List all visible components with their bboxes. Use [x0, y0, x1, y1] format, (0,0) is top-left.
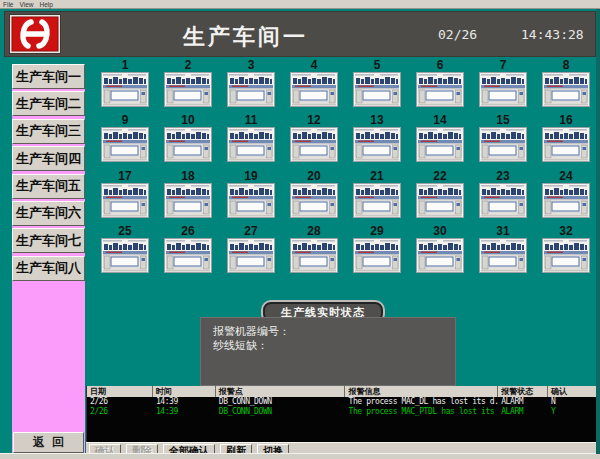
machine-cell[interactable]: 17	[101, 170, 149, 219]
machine-number: 24	[559, 170, 572, 183]
alarm-row[interactable]: 2/2614:39DB_CONN_DOWNThe process MAC_DL …	[87, 397, 597, 407]
machine-number: 4	[311, 59, 318, 72]
alarm-cell: ALARM	[498, 397, 548, 407]
machine-grid: 1 2	[101, 59, 590, 274]
machine-number: 14	[433, 114, 446, 127]
machine-cell[interactable]: 28	[290, 225, 338, 274]
machine-cell[interactable]: 15	[479, 114, 527, 163]
return-button[interactable]: 返回	[13, 432, 84, 453]
machine-cell[interactable]: 25	[101, 225, 149, 274]
knitting-machine-icon	[416, 72, 464, 107]
machine-number: 1	[122, 59, 129, 72]
machine-cell[interactable]: 23	[479, 170, 527, 219]
machine-cell[interactable]: 13	[353, 114, 401, 163]
knitting-machine-icon	[353, 183, 401, 218]
machine-number: 5	[374, 59, 381, 72]
machine-cell[interactable]: 4	[290, 59, 338, 108]
machine-number: 20	[307, 170, 320, 183]
menu-bar: FileViewHelp	[0, 0, 600, 9]
alarm-cell: Y	[548, 407, 597, 417]
knitting-machine-icon	[227, 238, 275, 273]
yarn-shortage-label: 纱线短缺：	[213, 338, 455, 352]
menu-file[interactable]: File	[3, 0, 13, 9]
knitting-machine-icon	[290, 72, 338, 107]
machine-cell[interactable]: 27	[227, 225, 275, 274]
column-header: 日期	[87, 386, 153, 397]
knitting-machine-icon	[542, 72, 590, 107]
menu-help[interactable]: Help	[39, 0, 52, 9]
machine-cell[interactable]: 22	[416, 170, 464, 219]
machine-cell[interactable]: 30	[416, 225, 464, 274]
machine-cell[interactable]: 32	[542, 225, 590, 274]
machine-cell[interactable]: 1	[101, 59, 149, 108]
machine-cell[interactable]: 18	[164, 170, 212, 219]
machine-cell[interactable]: 8	[542, 59, 590, 108]
machine-cell[interactable]: 12	[290, 114, 338, 163]
column-header: 确认	[548, 386, 597, 397]
knitting-machine-icon	[416, 183, 464, 218]
sidebar-item-workshop-6[interactable]: 生产车间六	[12, 201, 85, 226]
sidebar-item-workshop-3[interactable]: 生产车间三	[12, 119, 85, 144]
sidebar-item-workshop-4[interactable]: 生产车间四	[12, 146, 85, 171]
machine-cell[interactable]: 26	[164, 225, 212, 274]
machine-number: 28	[307, 225, 320, 238]
machine-cell[interactable]: 16	[542, 114, 590, 163]
sidebar-item-workshop-1[interactable]: 生产车间一	[12, 64, 85, 89]
machine-cell[interactable]: 9	[101, 114, 149, 163]
company-logo-icon	[9, 14, 61, 54]
machine-number: 27	[244, 225, 257, 238]
machine-cell[interactable]: 2	[164, 59, 212, 108]
column-header: 报警信息	[345, 386, 498, 397]
sidebar-item-workshop-2[interactable]: 生产车间二	[12, 91, 85, 116]
machine-cell[interactable]: 5	[353, 59, 401, 108]
alarm-cell: 2/26	[87, 397, 153, 407]
menu-view[interactable]: View	[19, 0, 33, 9]
machine-cell[interactable]: 3	[227, 59, 275, 108]
machine-cell[interactable]: 14	[416, 114, 464, 163]
machine-number: 6	[437, 59, 444, 72]
knitting-machine-icon	[164, 238, 212, 273]
sidebar-item-workshop-5[interactable]: 生产车间五	[12, 174, 85, 199]
machine-cell[interactable]: 6	[416, 59, 464, 108]
machine-number: 23	[496, 170, 509, 183]
machine-cell[interactable]: 20	[290, 170, 338, 219]
alarm-cell: DB_CONN_DOWN	[216, 407, 346, 417]
scada-window: FileViewHelp 生产车间一 02/26 14:43:28 生产车间一生…	[0, 0, 600, 459]
machine-number: 22	[433, 170, 446, 183]
machine-number: 16	[559, 114, 572, 127]
window-bottom-border	[0, 453, 600, 459]
machine-cell[interactable]: 31	[479, 225, 527, 274]
knitting-machine-icon	[416, 127, 464, 162]
knitting-machine-icon	[290, 238, 338, 273]
sidebar-item-workshop-7[interactable]: 生产车间七	[12, 228, 85, 253]
machine-number: 9	[122, 114, 129, 127]
knitting-machine-icon	[479, 183, 527, 218]
column-header: 时间	[153, 386, 216, 397]
machine-number: 25	[118, 225, 131, 238]
alarm-table: 日期时间报警点报警信息报警状态确认 2/2614:39DB_CONN_DOWNT…	[86, 386, 597, 442]
machine-cell[interactable]: 29	[353, 225, 401, 274]
sidebar-item-workshop-8[interactable]: 生产车间八	[12, 256, 85, 281]
machine-cell[interactable]: 24	[542, 170, 590, 219]
machine-number: 17	[118, 170, 131, 183]
machine-number: 31	[496, 225, 509, 238]
knitting-machine-icon	[542, 183, 590, 218]
page-title: 生产车间一	[183, 22, 308, 52]
machine-number: 30	[433, 225, 446, 238]
knitting-machine-icon	[101, 127, 149, 162]
machine-number: 18	[181, 170, 194, 183]
alarm-cell: The process MAC_DL has lost its d..	[346, 397, 499, 407]
alarm-row[interactable]: 2/2614:39DB_CONN_DOWNThe process MAC_PTD…	[87, 407, 597, 417]
machine-cell[interactable]: 21	[353, 170, 401, 219]
knitting-machine-icon	[164, 127, 212, 162]
knitting-machine-icon	[416, 238, 464, 273]
alarm-cell: DB_CONN_DOWN	[216, 397, 346, 407]
machine-cell[interactable]: 7	[479, 59, 527, 108]
machine-cell[interactable]: 11	[227, 114, 275, 163]
column-header: 报警点	[216, 386, 346, 397]
machine-cell[interactable]: 10	[164, 114, 212, 163]
knitting-machine-icon	[479, 127, 527, 162]
machine-cell[interactable]: 19	[227, 170, 275, 219]
machine-number: 29	[370, 225, 383, 238]
knitting-machine-icon	[479, 72, 527, 107]
